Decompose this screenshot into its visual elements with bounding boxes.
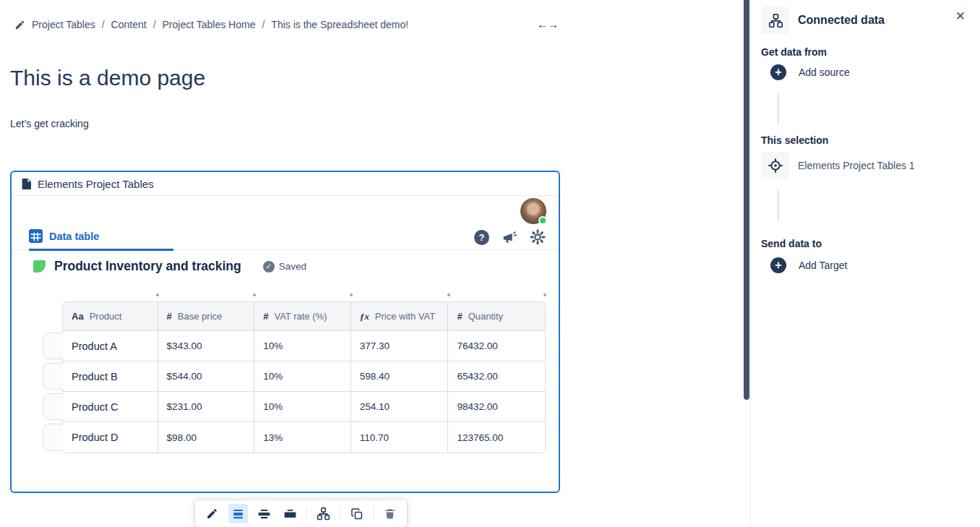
tab-label: Data table: [49, 231, 99, 242]
cell[interactable]: $231.00: [158, 392, 255, 421]
data-grid: Aa Product # Base price # VAT rate (%) ƒ…: [62, 301, 546, 453]
breadcrumb-item-home[interactable]: Project Tables Home: [163, 19, 256, 30]
tab-data-table[interactable]: Data table: [29, 229, 99, 243]
gear-icon[interactable]: [530, 229, 546, 245]
cell[interactable]: Product B: [63, 361, 158, 391]
copy-button[interactable]: [347, 504, 366, 523]
toolbar-divider: [340, 507, 340, 521]
active-tab-underline: [29, 249, 173, 251]
layout-full-width-button[interactable]: [280, 504, 300, 523]
column-header-base-price[interactable]: # Base price: [158, 302, 255, 330]
cell[interactable]: $98.00: [158, 422, 255, 453]
tab-bar: Data table ?: [12, 229, 559, 248]
cell[interactable]: 10%: [254, 392, 351, 421]
selection-item-label: Elements Project Tables 1: [798, 160, 915, 171]
table-row: Product D $98.00 13% 110.70 123765.00: [63, 422, 545, 453]
saved-status-badge: ✓ Saved: [263, 261, 306, 273]
send-data-to-label: Send data to: [761, 238, 822, 249]
layout-wide-button[interactable]: [254, 504, 274, 523]
avatar[interactable]: [520, 198, 546, 224]
sheet-title[interactable]: Product Inventory and tracking: [54, 259, 241, 274]
cell[interactable]: 377.30: [351, 331, 449, 361]
sitemap-icon: [762, 7, 789, 34]
cell[interactable]: $343.00: [158, 331, 255, 361]
row-drag-handle[interactable]: [43, 363, 63, 390]
table-grid-icon: [29, 229, 43, 243]
breadcrumb-item-current[interactable]: This is the Spreadsheet demo!: [271, 19, 408, 30]
cell[interactable]: 254.10: [351, 392, 449, 421]
plus-icon: +: [770, 64, 786, 80]
page-title: This is a demo page: [10, 66, 205, 90]
toolbar-divider: [306, 507, 307, 521]
widget-header: Elements Project Tables: [12, 172, 559, 196]
breadcrumb: Project Tables / Content / Project Table…: [14, 19, 408, 30]
selection-item[interactable]: Elements Project Tables 1: [762, 152, 915, 179]
cell[interactable]: 10%: [254, 331, 351, 361]
target-icon: [762, 152, 789, 179]
scrollbar-thumb[interactable]: [744, 0, 749, 400]
column-header-vat-rate[interactable]: # VAT rate (%): [254, 302, 351, 330]
column-marker-dot: [447, 294, 450, 296]
presence-dot: [538, 216, 547, 225]
leaf-icon: [33, 260, 46, 273]
row-drag-handle[interactable]: [43, 393, 63, 420]
check-circle-icon: ✓: [263, 261, 275, 273]
panel-header: Connected data: [762, 7, 970, 34]
formula-type-icon: ƒx: [360, 311, 369, 322]
pencil-icon[interactable]: [14, 20, 25, 30]
megaphone-icon[interactable]: [502, 229, 517, 245]
get-data-from-label: Get data from: [761, 46, 827, 58]
resize-horizontal-icon[interactable]: ←→: [537, 18, 559, 30]
column-header-quantity[interactable]: # Quantity: [448, 302, 545, 330]
table-row: Product B $544.00 10% 598.40 65432.00: [63, 361, 545, 392]
breadcrumb-separator: /: [153, 19, 156, 30]
cell[interactable]: 13%: [254, 422, 351, 453]
cell[interactable]: 76432.00: [448, 331, 545, 361]
table-row: Product C $231.00 10% 254.10 98432.00: [63, 392, 545, 422]
layout-center-button[interactable]: [228, 504, 248, 523]
tabbar-actions: ?: [474, 229, 546, 245]
breadcrumb-item-content[interactable]: Content: [111, 19, 147, 30]
column-header-price-with-vat[interactable]: ƒx Price with VAT: [351, 302, 449, 330]
page-icon: [22, 179, 31, 189]
cell[interactable]: 10%: [254, 361, 351, 391]
cell[interactable]: 123765.00: [448, 422, 545, 453]
connector-line: [778, 93, 779, 124]
trash-button[interactable]: [380, 504, 400, 523]
macro-toolbar: [195, 500, 407, 527]
add-target-button[interactable]: + Add Target: [770, 257, 847, 273]
cell[interactable]: $544.00: [158, 361, 255, 391]
cell[interactable]: 65432.00: [448, 361, 545, 391]
this-selection-label: This selection: [761, 134, 828, 146]
row-drag-handle[interactable]: [43, 424, 63, 451]
table-header-row: Aa Product # Base price # VAT rate (%) ƒ…: [63, 302, 545, 331]
breadcrumb-separator: /: [262, 19, 265, 30]
table-row: Product A $343.00 10% 377.30 76432.00: [63, 331, 545, 361]
help-icon[interactable]: ?: [474, 230, 489, 245]
column-header-product[interactable]: Aa Product: [63, 302, 158, 330]
cell[interactable]: Product D: [63, 422, 158, 453]
panel-title: Connected data: [798, 14, 885, 27]
add-source-button[interactable]: + Add source: [770, 64, 850, 80]
connected-data-button[interactable]: [314, 504, 333, 523]
edit-button[interactable]: [202, 504, 222, 523]
column-marker-dot: [350, 294, 353, 296]
row-drag-handle[interactable]: [43, 333, 63, 359]
connector-line: [778, 190, 779, 220]
number-type-icon: #: [263, 311, 268, 322]
close-icon[interactable]: ✕: [955, 9, 966, 24]
number-type-icon: #: [167, 311, 172, 322]
cell[interactable]: 110.70: [351, 422, 449, 453]
cell[interactable]: 98432.00: [448, 392, 545, 421]
breadcrumb-separator: /: [102, 19, 105, 30]
elements-tables-widget: Elements Project Tables Data table ?: [10, 171, 560, 493]
column-marker-dot: [253, 294, 256, 296]
number-type-icon: #: [457, 311, 462, 322]
column-marker-dot: [156, 294, 159, 296]
cell[interactable]: Product C: [63, 392, 158, 421]
cell[interactable]: 598.40: [351, 361, 449, 391]
cell[interactable]: Product A: [63, 331, 158, 361]
breadcrumb-item-space[interactable]: Project Tables: [32, 19, 95, 30]
plus-icon: +: [770, 257, 786, 273]
connected-data-panel: Connected data ✕ Get data from + Add sou…: [752, 0, 980, 527]
